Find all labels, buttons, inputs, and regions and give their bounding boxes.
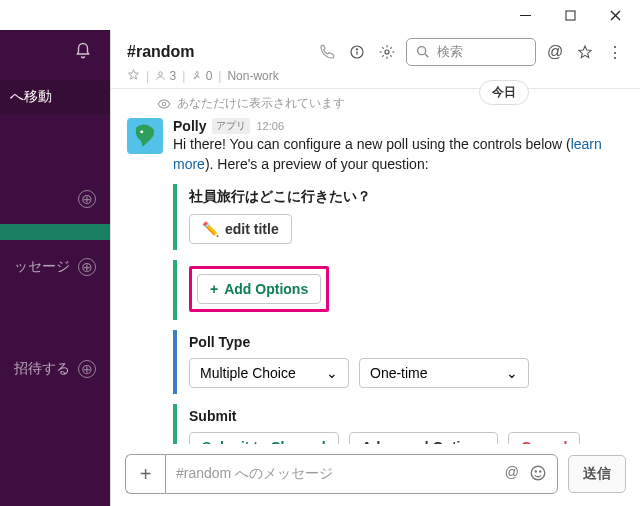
info-icon[interactable] (346, 41, 368, 63)
svg-point-16 (535, 470, 536, 471)
edit-title-button[interactable]: ✏️edit title (189, 214, 292, 244)
jump-to-button[interactable]: へ移動 (0, 80, 110, 114)
channel-topic[interactable]: Non-work (227, 69, 278, 83)
add-icon[interactable]: ⊕ (78, 258, 96, 276)
app-badge: アプリ (212, 118, 250, 134)
pin-count[interactable]: 0 (191, 69, 212, 83)
svg-line-9 (425, 54, 428, 57)
window-titlebar (0, 0, 640, 30)
search-icon (415, 44, 431, 60)
chevron-down-icon: ⌄ (326, 365, 338, 381)
sidebar-invite-label: 招待する (14, 360, 70, 378)
cancel-button[interactable]: Cancel (508, 432, 580, 444)
message-text: Hi there! You can configure a new poll u… (173, 135, 624, 174)
sidebar-messages-label: ッセージ (14, 258, 70, 276)
poll-type-select[interactable]: Multiple Choice⌄ (189, 358, 349, 388)
svg-marker-11 (129, 70, 139, 79)
svg-point-7 (385, 50, 389, 54)
star-header-icon[interactable] (574, 41, 596, 63)
date-divider-badge: 今日 (479, 80, 529, 105)
svg-point-12 (159, 72, 163, 76)
pencil-icon: ✏️ (202, 221, 219, 237)
more-icon[interactable]: ⋮ (604, 41, 626, 63)
mention-icon[interactable]: @ (505, 464, 519, 485)
gear-icon[interactable] (376, 41, 398, 63)
attach-button[interactable]: + (125, 454, 165, 494)
phone-icon[interactable] (316, 41, 338, 63)
svg-marker-10 (579, 46, 591, 58)
emoji-icon[interactable] (529, 464, 547, 485)
message-author[interactable]: Polly (173, 118, 206, 134)
channel-name[interactable]: #random (127, 43, 195, 61)
search-input[interactable]: 検索 (406, 38, 536, 66)
message-input-placeholder: #random へのメッセージ (176, 465, 333, 483)
poll-question-section: 社員旅行はどこに行きたい？ ✏️edit title (173, 184, 624, 250)
svg-point-8 (418, 47, 426, 55)
window-minimize-button[interactable] (503, 0, 548, 30)
ephemeral-text: あなただけに表示されています (177, 95, 345, 112)
poll-recurrence-select[interactable]: One-time⌄ (359, 358, 529, 388)
svg-point-17 (540, 470, 541, 471)
poll-type-heading: Poll Type (189, 334, 624, 350)
add-options-button[interactable]: +Add Options (197, 274, 321, 304)
sidebar-channel-selected[interactable] (0, 224, 110, 240)
chevron-down-icon: ⌄ (506, 365, 518, 381)
channel-header: #random 検索 @ ⋮ | 3 | (111, 30, 640, 89)
search-placeholder: 検索 (437, 43, 463, 61)
window-close-button[interactable] (593, 0, 638, 30)
send-button[interactable]: 送信 (568, 455, 626, 493)
add-options-highlight: +Add Options (189, 266, 329, 312)
member-count[interactable]: 3 (155, 69, 176, 83)
ephemeral-notice: あなただけに表示されています (157, 95, 624, 112)
message-time: 12:06 (256, 120, 284, 132)
poll-options-section: +Add Options (173, 260, 624, 320)
star-icon[interactable] (127, 68, 140, 84)
main-panel: #random 検索 @ ⋮ | 3 | (110, 30, 640, 506)
svg-point-6 (356, 49, 357, 50)
eye-icon (157, 97, 171, 111)
add-icon[interactable]: ⊕ (78, 360, 96, 378)
avatar[interactable] (127, 118, 163, 154)
svg-point-14 (140, 130, 143, 133)
svg-point-13 (162, 102, 166, 106)
sidebar-section-row[interactable]: ⊕ (0, 182, 110, 216)
message-composer: + #random へのメッセージ @ 送信 (111, 444, 640, 506)
submit-heading: Submit (189, 408, 624, 424)
advanced-options-button[interactable]: Advanced Options (349, 432, 499, 444)
poll-type-section: Poll Type Multiple Choice⌄ One-time⌄ (173, 330, 624, 394)
jump-to-label: へ移動 (10, 88, 52, 104)
svg-point-15 (531, 466, 545, 480)
sidebar: へ移動 ⊕ ッセージ⊕ 招待する⊕ (0, 30, 110, 506)
svg-rect-1 (566, 11, 575, 20)
plus-icon: + (210, 281, 218, 297)
submit-to-channel-button[interactable]: Submit to Channel (189, 432, 339, 444)
mentions-icon[interactable]: @ (544, 41, 566, 63)
message-input[interactable]: #random へのメッセージ @ (165, 454, 558, 494)
poll-question: 社員旅行はどこに行きたい？ (189, 188, 624, 206)
poll-submit-section: Submit Submit to Channel Advanced Option… (173, 404, 624, 444)
notifications-icon[interactable] (0, 30, 110, 60)
message: Polly アプリ 12:06 Hi there! You can config… (127, 118, 624, 444)
window-maximize-button[interactable] (548, 0, 593, 30)
sidebar-invite-row[interactable]: 招待する⊕ (0, 352, 110, 386)
sidebar-messages-row[interactable]: ッセージ⊕ (0, 250, 110, 284)
message-list: あなただけに表示されています Polly アプリ 12:06 Hi there!… (111, 89, 640, 444)
add-icon[interactable]: ⊕ (78, 190, 96, 208)
